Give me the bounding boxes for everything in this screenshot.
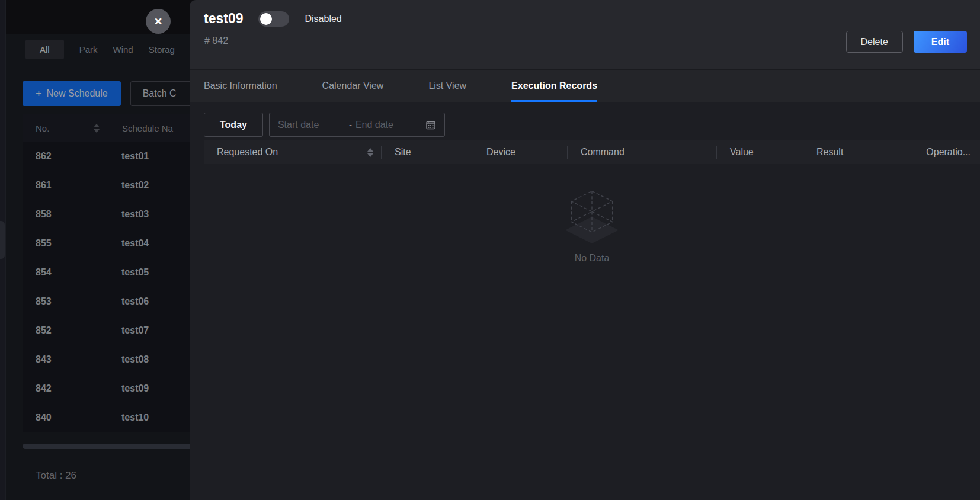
- schedule-id: # 842: [204, 36, 228, 46]
- date-separator: -: [348, 120, 353, 130]
- enable-toggle[interactable]: [258, 11, 289, 27]
- column-header-value: Value: [717, 140, 803, 164]
- toggle-knob: [260, 13, 272, 25]
- column-header-device: Device: [473, 140, 568, 164]
- column-header-result: Result: [803, 140, 901, 164]
- column-label: Command: [581, 147, 624, 158]
- tab-basic-information[interactable]: Basic Information: [204, 70, 277, 102]
- schedule-detail-drawer: test09 Disabled # 842 Delete Edit Basic …: [190, 0, 980, 500]
- tab-calendar-view[interactable]: Calendar View: [322, 70, 384, 102]
- end-date-input[interactable]: [356, 120, 423, 130]
- column-label: Operatio...: [926, 147, 971, 158]
- sort-icon[interactable]: [367, 148, 373, 157]
- detail-tabs: Basic Information Calendar View List Vie…: [190, 69, 980, 102]
- execution-records-panel: Today -: [190, 102, 980, 283]
- column-label: Value: [730, 147, 754, 158]
- close-button[interactable]: ✕: [146, 9, 171, 34]
- calendar-icon: [425, 120, 436, 130]
- no-data-label: No Data: [561, 253, 623, 264]
- column-header-requested-on[interactable]: Requested On: [204, 140, 382, 164]
- empty-state: No Data: [561, 188, 623, 264]
- column-header-operation: Operatio...: [901, 140, 980, 164]
- status-label: Disabled: [305, 14, 341, 24]
- records-filter-row: Today -: [204, 113, 980, 137]
- column-header-site: Site: [382, 140, 473, 164]
- column-label: Result: [816, 147, 843, 158]
- close-icon: ✕: [154, 15, 162, 28]
- delete-button[interactable]: Delete: [846, 31, 903, 53]
- start-date-input[interactable]: [278, 120, 345, 130]
- empty-box-icon: [561, 188, 623, 245]
- column-header-command: Command: [568, 140, 717, 164]
- drawer-header: test09 Disabled # 842 Delete Edit: [190, 0, 980, 69]
- schedule-title: test09: [204, 11, 243, 27]
- column-label: Device: [486, 147, 515, 158]
- records-table-body: No Data: [204, 164, 980, 283]
- records-table: Requested On Site Device Command: [204, 140, 980, 283]
- app-screen: All Park Wind Storag + New Schedule Batc…: [0, 0, 980, 500]
- column-label: Site: [395, 147, 411, 158]
- tab-list-view[interactable]: List View: [428, 70, 466, 102]
- records-table-header: Requested On Site Device Command: [204, 140, 980, 164]
- tab-execution-records[interactable]: Execution Records: [511, 70, 597, 102]
- column-label: Requested On: [217, 147, 278, 158]
- date-range-picker[interactable]: -: [269, 113, 445, 137]
- edit-button[interactable]: Edit: [914, 31, 967, 53]
- today-button[interactable]: Today: [204, 113, 263, 137]
